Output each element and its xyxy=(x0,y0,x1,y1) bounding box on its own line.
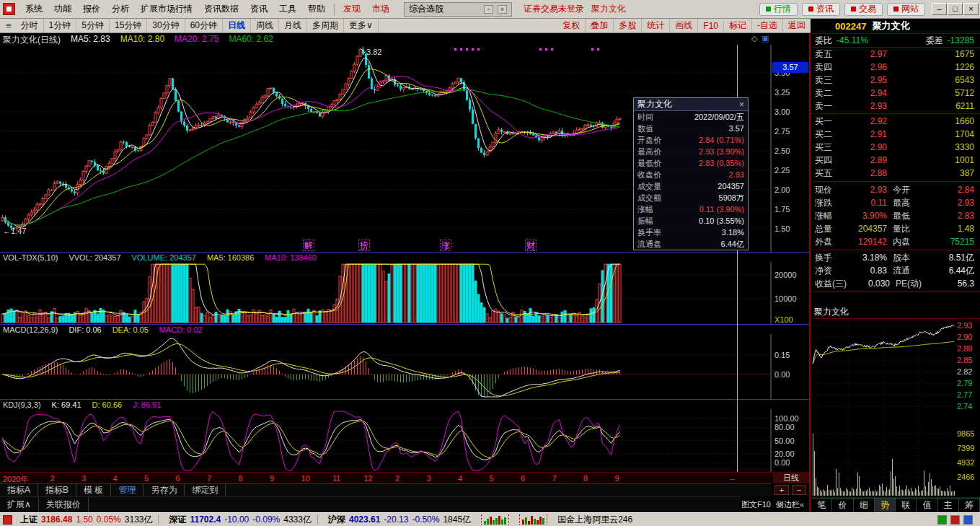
indicator-tab-管理[interactable]: 管理 xyxy=(111,483,144,497)
graphic-f10-button[interactable]: 图文F10 xyxy=(741,499,771,510)
period-周线[interactable]: 周线 xyxy=(251,19,279,32)
quote-tab-笔[interactable]: 笔 xyxy=(811,499,832,512)
macd-pane[interactable]: 0.150.00 xyxy=(0,334,811,399)
quote-tab-势[interactable]: 势 xyxy=(875,499,896,512)
indicator-tab-绑定到[interactable]: 绑定到 xyxy=(185,483,226,497)
linked-stock-link[interactable]: 聚力文化 xyxy=(591,3,626,15)
ask-row-卖二[interactable]: 卖二2.945712 xyxy=(812,87,979,100)
period-60分钟[interactable]: 60分钟 xyxy=(185,19,223,32)
ad-marker-捞[interactable]: 捞 xyxy=(358,240,370,251)
ask-row-卖四[interactable]: 卖四2.961226 xyxy=(812,61,979,74)
action-多股[interactable]: 多股 xyxy=(614,19,642,32)
period-5分钟[interactable]: 5分钟 xyxy=(76,19,110,32)
portal-button-交易[interactable]: 交易 xyxy=(844,3,883,16)
connection-ok-icon[interactable] xyxy=(937,515,947,525)
period-日线[interactable]: 日线 xyxy=(223,19,251,32)
kdj-pane[interactable]: 100.0080.0050.0020.000.00 xyxy=(0,409,811,472)
tab-composite-stock-picker[interactable]: 综合选股 ▫ × xyxy=(404,2,512,17)
index-name-sz[interactable]: 深证 xyxy=(169,514,186,526)
portal-button-网站[interactable]: 网站 xyxy=(887,3,925,16)
bid-row-买二[interactable]: 买二2.911704 xyxy=(812,128,979,141)
menu-item-3[interactable]: 分析 xyxy=(106,1,135,17)
menu-item-5[interactable]: 资讯数据 xyxy=(198,1,244,17)
ask-row-卖五[interactable]: 卖五2.971675 xyxy=(812,48,979,61)
mini-intraday-chart[interactable]: 2.932.902.882.852.822.792.772.7498657399… xyxy=(811,320,980,498)
tab-restore-icon[interactable]: ▫ xyxy=(484,5,493,14)
maximize-button[interactable]: □ xyxy=(948,3,963,15)
menu-item-1[interactable]: 功能 xyxy=(48,1,77,17)
index-name-sh[interactable]: 上证 xyxy=(20,514,37,526)
ad-marker-财[interactable]: 财 xyxy=(525,240,537,251)
bid-row-买三[interactable]: 买三2.903330 xyxy=(812,141,979,154)
zoom-out-button[interactable]: − xyxy=(792,485,806,495)
period-更多∨[interactable]: 更多∨ xyxy=(344,19,379,32)
action-返回[interactable]: 返回 xyxy=(783,19,811,32)
menu-item-4[interactable]: 扩展市场行情 xyxy=(135,1,198,17)
footer-tab-扩展∧[interactable]: 扩展∧ xyxy=(0,498,39,512)
x-axis-label-1: 2 xyxy=(50,474,55,483)
tab-close-icon[interactable]: × xyxy=(498,5,507,14)
volume-pane[interactable]: 2000010000X100 xyxy=(0,262,811,324)
index-amount-sz: 4333亿 xyxy=(283,514,312,526)
bid-row-买四[interactable]: 买四2.891001 xyxy=(812,154,979,167)
action-画线[interactable]: 画线 xyxy=(670,19,698,32)
login-status[interactable]: 证券交易未登录 xyxy=(524,3,584,15)
menu-item-2[interactable]: 报价 xyxy=(77,1,106,17)
quote-tab-筹[interactable]: 筹 xyxy=(959,499,980,512)
menu-item-6[interactable]: 资讯 xyxy=(244,1,273,17)
app-logo-icon[interactable] xyxy=(3,3,15,15)
period-chip[interactable]: 日线 xyxy=(773,473,809,483)
quick-link-0[interactable]: 发现 xyxy=(337,1,366,17)
action-标记[interactable]: 标记 xyxy=(724,19,752,32)
zoom-in-button[interactable]: + xyxy=(774,485,789,495)
period-1分钟[interactable]: 1分钟 xyxy=(44,19,77,32)
quote-tab-值[interactable]: 值 xyxy=(917,499,937,512)
menu-item-0[interactable]: 系统 xyxy=(19,1,48,17)
menu-item-7[interactable]: 工具 xyxy=(273,1,302,17)
quote-tab-联[interactable]: 联 xyxy=(896,499,917,512)
server-name[interactable]: 国金上海阿里云246 xyxy=(557,514,632,526)
quick-link-1[interactable]: 市场 xyxy=(366,1,395,17)
quote-tab-细[interactable]: 细 xyxy=(854,499,875,512)
indicator-tab-模 板[interactable]: 模 板 xyxy=(76,483,111,497)
sidebar-toggle-button[interactable]: 侧边栏« xyxy=(776,499,804,510)
list-icon[interactable]: ≡ xyxy=(1,20,16,31)
index-name-hs[interactable]: 沪深 xyxy=(328,514,345,526)
quote-tab-价[interactable]: 价 xyxy=(832,499,853,512)
mini-price-label: 2.74 xyxy=(957,402,972,411)
ad-marker-涨[interactable]: 涨 xyxy=(440,240,451,251)
footer-tab-关联报价[interactable]: 关联报价 xyxy=(39,498,89,512)
indicator-tab-另存为[interactable]: 另存为 xyxy=(144,483,185,497)
indicator-tab-指标A[interactable]: 指标A xyxy=(0,483,38,497)
period-月线[interactable]: 月线 xyxy=(279,19,307,32)
menu-item-8[interactable]: 帮助 xyxy=(302,1,331,17)
period-15分钟[interactable]: 15分钟 xyxy=(110,19,147,32)
layout-icon[interactable] xyxy=(963,515,973,525)
bid-row-买一[interactable]: 买一2.921660 xyxy=(812,115,979,128)
action-复权[interactable]: 复权 xyxy=(557,19,586,32)
bid-row-买五[interactable]: 买五2.88387 xyxy=(812,167,979,180)
ad-marker-解[interactable]: 解 xyxy=(303,240,314,251)
indicator-tab-指标B[interactable]: 指标B xyxy=(38,483,76,497)
period-分时[interactable]: 分时 xyxy=(16,19,44,32)
action-叠加[interactable]: 叠加 xyxy=(586,19,614,32)
ask-row-卖三[interactable]: 卖三2.956543 xyxy=(812,74,979,87)
panel-icon[interactable]: ▣ xyxy=(762,34,769,43)
minimize-button[interactable]: – xyxy=(932,3,947,15)
portal-button-资讯[interactable]: 资讯 xyxy=(802,3,840,16)
diamond-icon[interactable]: ◇ xyxy=(751,34,757,43)
action-F10[interactable]: F10 xyxy=(698,20,724,32)
ask-row-卖一[interactable]: 卖一2.936211 xyxy=(812,100,979,113)
indicator-tab-bar: 指标A指标B模 板管理另存为绑定到 xyxy=(0,483,772,496)
action-统计[interactable]: 统计 xyxy=(642,19,670,32)
alert-icon[interactable] xyxy=(950,515,960,525)
quote-tab-主[interactable]: 主 xyxy=(938,499,959,512)
period-30分钟[interactable]: 30分钟 xyxy=(147,19,185,32)
close-button[interactable]: × xyxy=(963,3,979,15)
kline-info-popup[interactable]: 聚力文化 × 时间2022/09/02/五数值3.57开盘价2.84 (0.71… xyxy=(633,97,749,250)
portal-button-行情[interactable]: 行情 xyxy=(759,3,798,16)
status-app-icon[interactable] xyxy=(3,515,12,525)
popup-close-icon[interactable]: × xyxy=(739,100,744,110)
period-多周期[interactable]: 多周期 xyxy=(307,19,344,32)
action--自选[interactable]: -自选 xyxy=(752,19,783,32)
